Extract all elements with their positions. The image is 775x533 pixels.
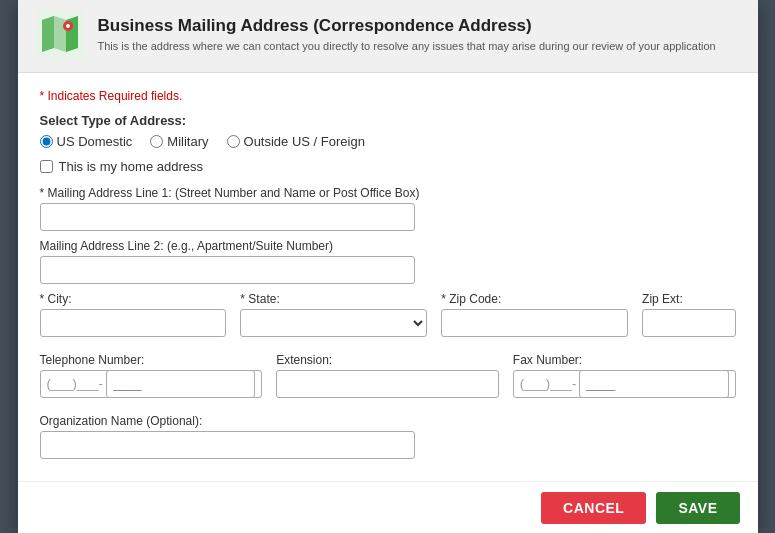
radio-us-domestic-input[interactable]: [40, 135, 53, 148]
address-type-radio-group: US Domestic Military Outside US / Foreig…: [40, 134, 736, 149]
radio-outside-us-label: Outside US / Foreign: [244, 134, 365, 149]
svg-point-7: [66, 24, 70, 28]
telephone-label: Telephone Number:: [40, 353, 263, 367]
city-state-zip-row: * City: * State: * Zip Code: Zip Ext:: [40, 292, 736, 345]
city-label: * City:: [40, 292, 227, 306]
radio-military-input[interactable]: [150, 135, 163, 148]
modal-footer: CANCEL SAVE: [18, 481, 758, 534]
mailing-line1-label: * Mailing Address Line 1: (Street Number…: [40, 186, 736, 200]
svg-marker-2: [42, 16, 54, 52]
map-icon: [36, 10, 84, 58]
fax-input[interactable]: [579, 370, 728, 398]
zip-ext-input[interactable]: [642, 309, 735, 337]
modal-header: Business Mailing Address (Correspondence…: [18, 0, 758, 73]
state-label: * State:: [240, 292, 427, 306]
state-select[interactable]: [240, 309, 427, 337]
mailing-line1-input[interactable]: [40, 203, 415, 231]
modal-subtitle: This is the address where we can contact…: [98, 40, 716, 52]
telephone-input-wrapper: (___)___-: [40, 370, 263, 398]
extension-label: Extension:: [276, 353, 499, 367]
org-name-group: Organization Name (Optional):: [40, 414, 736, 459]
modal-title: Business Mailing Address (Correspondence…: [98, 16, 716, 36]
modal-overlay: Business Mailing Address (Correspondence…: [0, 0, 775, 533]
fax-input-wrapper: (___)___-: [513, 370, 736, 398]
zip-label: * Zip Code:: [441, 292, 628, 306]
mailing-line1-group: * Mailing Address Line 1: (Street Number…: [40, 186, 736, 231]
home-address-label[interactable]: This is my home address: [59, 159, 204, 174]
radio-outside-us[interactable]: Outside US / Foreign: [227, 134, 365, 149]
phone-ext-fax-row: Telephone Number: (___)___- Extension: F…: [40, 353, 736, 406]
mailing-line2-input[interactable]: [40, 256, 415, 284]
org-name-label: Organization Name (Optional):: [40, 414, 736, 428]
telephone-group: Telephone Number: (___)___-: [40, 353, 263, 398]
zip-ext-group: Zip Ext:: [642, 292, 735, 337]
home-address-row: This is my home address: [40, 159, 736, 174]
city-input[interactable]: [40, 309, 227, 337]
radio-military-label: Military: [167, 134, 208, 149]
header-text: Business Mailing Address (Correspondence…: [98, 16, 716, 52]
zip-ext-label: Zip Ext:: [642, 292, 735, 306]
state-group: * State:: [240, 292, 427, 337]
fax-label: Fax Number:: [513, 353, 736, 367]
telephone-prefix: (___)___-: [47, 376, 103, 391]
org-name-input[interactable]: [40, 431, 415, 459]
svg-marker-3: [54, 16, 66, 52]
modal-dialog: Business Mailing Address (Correspondence…: [18, 0, 758, 533]
modal-body: * Indicates Required fields. Select Type…: [18, 73, 758, 477]
radio-us-domestic-label: US Domestic: [57, 134, 133, 149]
telephone-input[interactable]: [106, 370, 255, 398]
extension-input[interactable]: [276, 370, 499, 398]
radio-military[interactable]: Military: [150, 134, 208, 149]
fax-prefix: (___)___-: [520, 376, 576, 391]
mailing-line2-group: Mailing Address Line 2: (e.g., Apartment…: [40, 239, 736, 284]
required-note: * Indicates Required fields.: [40, 89, 736, 103]
zip-input[interactable]: [441, 309, 628, 337]
city-group: * City:: [40, 292, 227, 337]
mailing-line2-label: Mailing Address Line 2: (e.g., Apartment…: [40, 239, 736, 253]
extension-group: Extension:: [276, 353, 499, 398]
save-button[interactable]: SAVE: [656, 492, 739, 524]
home-address-checkbox[interactable]: [40, 160, 53, 173]
fax-group: Fax Number: (___)___-: [513, 353, 736, 398]
radio-us-domestic[interactable]: US Domestic: [40, 134, 133, 149]
radio-outside-us-input[interactable]: [227, 135, 240, 148]
cancel-button[interactable]: CANCEL: [541, 492, 646, 524]
zip-group: * Zip Code:: [441, 292, 628, 337]
address-type-label: Select Type of Address:: [40, 113, 736, 128]
